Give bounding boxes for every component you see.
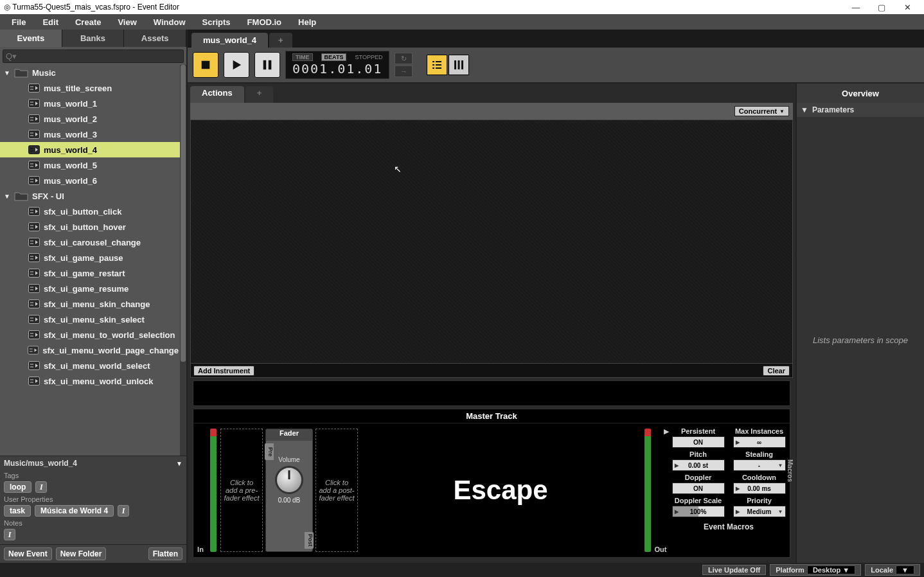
clear-button[interactable]: Clear <box>763 366 790 376</box>
tab-events[interactable]: Events <box>0 30 62 47</box>
max-instances-field[interactable]: ▶∞ <box>733 436 786 448</box>
event-row[interactable]: sfx_ui_game_pause <box>0 250 186 265</box>
event-row[interactable]: sfx_ui_game_restart <box>0 265 186 281</box>
post-tab[interactable]: Post <box>305 532 314 549</box>
event-row[interactable]: mus_world_6 <box>0 173 186 188</box>
flatten-button[interactable]: Flatten <box>148 547 182 560</box>
event-row[interactable]: sfx_ui_button_hover <box>0 219 186 235</box>
doppler-scale-field[interactable]: ▶100% <box>672 506 725 517</box>
time-display[interactable]: TIME BEATS STOPPED 0001.01.01 <box>285 51 389 79</box>
new-event-button[interactable]: New Event <box>4 547 52 560</box>
add-userprop-button[interactable]: I <box>118 505 129 517</box>
pre-tab[interactable]: Pre <box>265 443 274 460</box>
actions-toolbar: Concurrent▼ <box>190 103 793 120</box>
stealing-label: Stealing <box>745 450 773 458</box>
live-update-button[interactable]: Live Update Off <box>702 565 766 575</box>
view-list[interactable] <box>427 55 447 75</box>
event-row[interactable]: sfx_ui_menu_world_unlock <box>0 373 186 389</box>
post-fader-slot[interactable]: Click to add a post-fader effect <box>315 429 358 552</box>
tree-scrollbar[interactable] <box>180 65 186 456</box>
play-button[interactable] <box>224 52 249 78</box>
folder-row[interactable]: ▼SFX - UI <box>0 188 186 204</box>
menu-file[interactable]: File <box>4 15 33 29</box>
browser-tabs: Events Banks Assets <box>0 30 186 47</box>
overview-panel: Overview ▼ Parameters Lists parameters i… <box>795 84 924 563</box>
window-maximize[interactable]: ▢ <box>869 3 894 12</box>
search-row <box>0 47 186 65</box>
doppler-field[interactable]: ON <box>672 483 725 494</box>
menu-create[interactable]: Create <box>67 15 109 29</box>
time-mode-beats[interactable]: BEATS <box>321 53 347 61</box>
event-row[interactable]: mus_world_2 <box>0 111 186 127</box>
actions-tab-add[interactable]: + <box>245 86 274 103</box>
menu-window[interactable]: Window <box>146 15 193 29</box>
max-instances-label: Max Instances <box>735 427 783 435</box>
persistent-field[interactable]: ON <box>672 436 725 448</box>
svg-marker-77 <box>233 60 242 69</box>
event-row[interactable]: mus_title_screen <box>0 80 186 96</box>
event-row[interactable]: mus_world_5 <box>0 157 186 173</box>
editor-tab[interactable]: mus_world_4 <box>191 33 268 48</box>
event-row[interactable]: mus_world_1 <box>0 96 186 111</box>
event-path: Music/mus_world_4 <box>4 459 77 468</box>
tab-assets[interactable]: Assets <box>124 30 186 47</box>
menu-edit[interactable]: Edit <box>35 15 66 29</box>
escape-label: Escape <box>359 423 642 557</box>
menu-view[interactable]: View <box>110 15 144 29</box>
volume-knob[interactable] <box>275 466 303 494</box>
transport-position[interactable]: 0001.01.01 <box>292 61 382 76</box>
priority-field[interactable]: ▶Medium▼ <box>733 506 786 517</box>
svg-rect-85 <box>436 67 441 69</box>
pre-fader-slot[interactable]: Click to add a pre-fader effect <box>220 429 263 552</box>
time-mode-time[interactable]: TIME <box>292 53 313 61</box>
event-row[interactable]: sfx_ui_menu_skin_change <box>0 296 186 312</box>
pause-button[interactable] <box>254 52 280 78</box>
event-row[interactable]: sfx_ui_game_resume <box>0 281 186 296</box>
stop-button[interactable] <box>193 52 218 78</box>
tag-chip[interactable]: loop <box>4 481 31 493</box>
userprop-key[interactable]: task <box>4 505 31 517</box>
editor-tab-add[interactable]: + <box>269 33 292 48</box>
userprop-value[interactable]: Música de World 4 <box>35 505 114 517</box>
stealing-field[interactable]: -▼ <box>733 459 786 471</box>
event-row[interactable]: sfx_ui_menu_skin_select <box>0 312 186 327</box>
pitch-field[interactable]: ▶0.00 st <box>672 459 725 471</box>
props-expand-icon[interactable]: ▶ <box>664 427 669 436</box>
event-row[interactable]: sfx_ui_menu_world_select <box>0 358 186 373</box>
new-folder-button[interactable]: New Folder <box>56 547 107 560</box>
loop-toggle[interactable]: ↻ <box>395 53 413 64</box>
search-input[interactable] <box>3 49 184 63</box>
folder-row[interactable]: ▼Music <box>0 65 186 80</box>
platform-selector[interactable]: Platform Desktop ▼ <box>770 564 861 576</box>
actions-tab[interactable]: Actions <box>190 86 244 103</box>
event-row[interactable]: mus_world_3 <box>0 127 186 142</box>
locale-selector[interactable]: Locale ▼ <box>865 564 920 576</box>
window-close[interactable]: ✕ <box>894 3 920 12</box>
pitch-label: Pitch <box>689 450 707 458</box>
event-tree[interactable]: ▼Musicmus_title_screenmus_world_1mus_wor… <box>0 65 186 456</box>
event-row[interactable]: sfx_ui_carousel_change <box>0 235 186 250</box>
deck-strip[interactable] <box>193 380 790 406</box>
event-row[interactable]: mus_world_4 <box>0 142 186 157</box>
window-minimize[interactable]: — <box>843 3 869 12</box>
add-instrument-button[interactable]: Add Instrument <box>193 366 254 376</box>
concurrent-dropdown[interactable]: Concurrent▼ <box>734 106 789 116</box>
add-tag-button[interactable]: I <box>35 481 47 493</box>
tab-banks[interactable]: Banks <box>62 30 125 47</box>
cooldown-field[interactable]: ▶0.00 ms <box>733 483 786 494</box>
menu-scripts[interactable]: Scripts <box>195 15 238 29</box>
svg-rect-82 <box>432 64 434 66</box>
view-mixer[interactable] <box>449 55 469 75</box>
overview-parameters-header[interactable]: ▼ Parameters <box>797 103 924 117</box>
menu-fmod-io[interactable]: FMOD.io <box>240 15 289 29</box>
details-dropdown-icon[interactable]: ▼ <box>176 460 182 467</box>
add-note-button[interactable]: I <box>4 529 15 540</box>
event-row[interactable]: sfx_ui_button_click <box>0 204 186 219</box>
actions-canvas[interactable]: ↖ <box>190 120 793 364</box>
event-row[interactable]: sfx_ui_menu_world_page_change <box>0 342 186 358</box>
menu-help[interactable]: Help <box>290 15 324 29</box>
return-toggle[interactable]: → <box>395 66 413 77</box>
app-icon: ◎ <box>4 3 10 12</box>
event-row[interactable]: sfx_ui_menu_to_world_selection <box>0 327 186 342</box>
fader-module[interactable]: Fader Pre Volume 0.00 dB Post <box>265 429 313 552</box>
